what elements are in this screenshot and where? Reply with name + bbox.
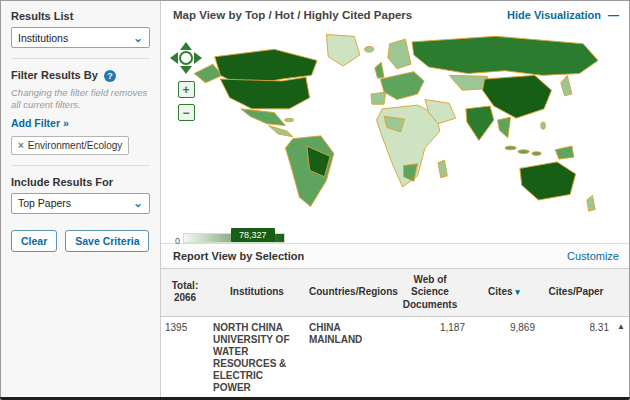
table-row: 1395 NORTH CHINA UNIVERSITY OF WATER RES…: [161, 317, 629, 400]
report-view-title: Report View by Selection: [173, 250, 304, 262]
filter-tag-label: Environment/Ecology: [28, 140, 123, 151]
chevron-down-icon: ⌄: [133, 33, 143, 43]
country-shape-usa[interactable]: [220, 77, 309, 109]
zoom-out-button[interactable]: −: [178, 104, 195, 121]
cites-sort-label: Cites: [488, 286, 512, 297]
legend-max-badge: 78,327: [231, 228, 275, 242]
column-header-cites-per-paper: Cites/Paper: [539, 268, 613, 317]
legend-min-label: 0: [175, 236, 180, 246]
sort-desc-icon: ▾: [515, 287, 520, 297]
table-header-row: Total: 2066 Institutions Countries/Regio…: [161, 268, 629, 317]
esi-results-app: Results List Institutions ⌄ Filter Resul…: [0, 0, 630, 400]
country-shape-china[interactable]: [483, 75, 552, 118]
filter-results-label-text: Filter Results By: [11, 69, 98, 81]
country-shape-papua[interactable]: [555, 146, 574, 159]
clear-button[interactable]: Clear: [11, 230, 57, 252]
country-shape-caribbean[interactable]: [285, 118, 294, 121]
column-header-total: Total: 2066: [161, 268, 209, 317]
country-shape-europe[interactable]: [380, 72, 424, 100]
country-shape-south-america[interactable]: [285, 136, 333, 207]
world-map: [175, 27, 621, 227]
sidebar-divider: [11, 58, 150, 59]
row-cites: 9,869: [469, 317, 539, 400]
hide-visualization-label: Hide Visualization: [507, 9, 601, 21]
save-criteria-button[interactable]: Save Criteria: [65, 230, 149, 252]
institution-link[interactable]: NORTH CHINA UNIVERSITY OF WATER RESOURCE…: [209, 317, 305, 400]
country-shape-indonesia[interactable]: [505, 146, 516, 150]
world-map-panel: + −: [161, 25, 629, 227]
country-shape-mexico[interactable]: [241, 109, 286, 126]
country-shape-madagascar[interactable]: [438, 160, 447, 178]
chevron-down-icon: ⌄: [133, 198, 143, 208]
column-header-cites[interactable]: Cites ▾: [469, 268, 539, 317]
add-filter-link[interactable]: Add Filter »: [11, 117, 69, 129]
pan-down-icon[interactable]: [180, 66, 192, 74]
include-results-label: Include Results For: [11, 176, 150, 188]
map-view-title: Map View by Top / Hot / Highly Cited Pap…: [173, 9, 412, 21]
country-shape-indonesia[interactable]: [532, 152, 541, 156]
results-list-select[interactable]: Institutions ⌄: [11, 27, 150, 48]
country-shape-australia[interactable]: [520, 162, 576, 200]
row-documents: 1,187: [391, 317, 469, 400]
country-shape-japan[interactable]: [561, 75, 572, 95]
include-results-value: Top Papers: [18, 197, 71, 209]
column-header-scrollbar: [613, 268, 629, 317]
country-shape-russia[interactable]: [412, 36, 598, 75]
include-results-select[interactable]: Top Papers ⌄: [11, 193, 150, 214]
country-shape-central-america[interactable]: [269, 126, 293, 137]
customize-link[interactable]: Customize: [567, 250, 619, 262]
row-cites-per-paper: 8.31: [539, 317, 613, 400]
filter-note: Changing the filter field removes all cu…: [11, 87, 150, 112]
country-shape-indonesia[interactable]: [518, 150, 529, 154]
country-shape-uk[interactable]: [375, 62, 384, 78]
country-shape-greenland[interactable]: [326, 34, 359, 66]
country-shape-se-asia[interactable]: [498, 117, 511, 137]
results-list-label: Results List: [11, 10, 150, 22]
scroll-up-icon[interactable]: ▲: [613, 317, 629, 400]
map-legend: 0 78,327: [175, 227, 355, 243]
pan-left-icon[interactable]: [170, 52, 178, 64]
column-header-institutions: Institutions: [209, 268, 305, 317]
help-icon[interactable]: ?: [104, 70, 116, 82]
main-panel: Map View by Top / Hot / Highly Cited Pap…: [161, 1, 629, 399]
pan-up-icon[interactable]: [180, 42, 192, 50]
pan-right-icon[interactable]: [194, 52, 202, 64]
pan-center-icon: [180, 52, 192, 64]
column-header-countries: Countries/Regions: [305, 268, 391, 317]
country-shape-new-zealand[interactable]: [587, 195, 595, 211]
map-header: Map View by Top / Hot / Highly Cited Pap…: [161, 1, 629, 25]
filter-results-label: Filter Results By ?: [11, 69, 150, 82]
map-controls: + −: [169, 41, 203, 121]
results-list-value: Institutions: [18, 32, 68, 44]
report-table: Total: 2066 Institutions Countries/Regio…: [161, 268, 629, 400]
country-shape-iberia[interactable]: [371, 92, 386, 104]
sidebar-divider: [11, 165, 150, 166]
remove-filter-icon[interactable]: ×: [18, 140, 24, 151]
minimize-icon: —: [608, 9, 619, 21]
sidebar: Results List Institutions ⌄ Filter Resul…: [1, 1, 161, 399]
country-shape-scandinavia[interactable]: [388, 39, 411, 69]
country-shape-philippines[interactable]: [541, 122, 546, 129]
row-rank: 1395: [161, 317, 209, 400]
report-header: Report View by Selection Customize: [161, 243, 629, 268]
zoom-in-button[interactable]: +: [178, 81, 195, 98]
filter-tag: × Environment/Ecology: [11, 136, 129, 155]
country-shape-iceland[interactable]: [365, 47, 374, 53]
column-header-documents: Web of Science Documents: [391, 268, 469, 317]
country-shape-india[interactable]: [466, 106, 494, 140]
hide-visualization-link[interactable]: Hide Visualization —: [507, 9, 619, 21]
map-pan-control[interactable]: [169, 41, 203, 75]
country-link[interactable]: CHINA MAINLAND: [305, 317, 391, 400]
